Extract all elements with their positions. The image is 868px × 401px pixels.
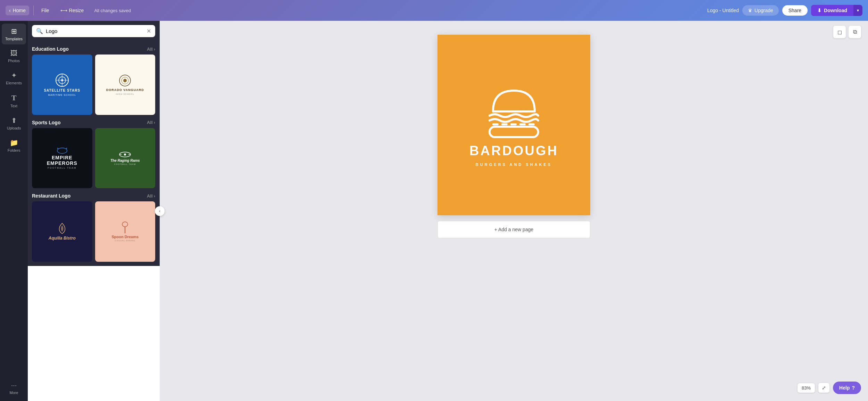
saved-status: All changes saved xyxy=(94,8,131,13)
nav-divider xyxy=(33,6,34,15)
photos-icon: 🖼 xyxy=(10,49,17,57)
bottom-right-tools: 83% ⤢ Help ? xyxy=(798,382,861,394)
restaurant-section-label: Restaurant Logo xyxy=(32,193,70,199)
share-label: Share xyxy=(788,8,801,13)
restaurant-section-header: Restaurant Logo All › xyxy=(32,193,155,199)
svg-rect-17 xyxy=(492,123,499,125)
svg-point-8 xyxy=(57,148,67,153)
top-nav: ‹ Home File ⟷ Resize All changes saved L… xyxy=(0,0,868,21)
fullscreen-button[interactable]: ⤢ xyxy=(818,383,829,393)
elements-icon: ✦ xyxy=(11,71,17,80)
sidebar-item-folders-label: Folders xyxy=(8,148,20,152)
svg-point-7 xyxy=(123,79,127,82)
chevron-down-icon: ▾ xyxy=(857,8,859,13)
svg-point-15 xyxy=(122,222,128,227)
sidebar-item-elements[interactable]: ✦ Elements xyxy=(2,68,26,89)
canvas-area: ◻ ⧉ xyxy=(160,21,868,401)
canvas-content[interactable]: BARDOUGH BURGERS AND SHAKES xyxy=(437,35,590,215)
main-area: ⊞ Templates 🖼 Photos ✦ Elements T Text ⬆… xyxy=(0,21,868,401)
rams-text: The Raging Rams xyxy=(110,159,140,162)
education-section-label: Education Logo xyxy=(32,46,69,52)
download-button-group: ⬇ Download ▾ xyxy=(811,5,862,16)
resize-label: Resize xyxy=(69,8,84,13)
collapse-icon: ‹ xyxy=(159,209,160,214)
template-card-spoon[interactable]: Spoon Dreams CASUAL DINING xyxy=(95,201,156,262)
upgrade-label: Upgrade xyxy=(754,8,773,13)
canvas-float-toolbar: ◻ ⧉ xyxy=(833,26,861,38)
burger-logo-svg xyxy=(479,84,549,139)
icon-sidebar: ⊞ Templates 🖼 Photos ✦ Elements T Text ⬆… xyxy=(0,21,28,401)
sidebar-item-text[interactable]: T Text xyxy=(2,90,26,111)
sidebar-item-folders[interactable]: 📁 Folders xyxy=(2,135,26,156)
chevron-right-icon-2: › xyxy=(154,120,155,125)
empire-icon xyxy=(57,147,67,154)
sports-section-label: Sports Logo xyxy=(32,120,60,125)
sports-see-all[interactable]: All › xyxy=(147,120,155,125)
collapse-panel-button[interactable]: ‹ xyxy=(155,206,165,216)
upgrade-button[interactable]: ♛ Upgrade xyxy=(742,5,779,16)
spoon-sub: CASUAL DINING xyxy=(115,240,135,242)
sidebar-item-uploads-label: Uploads xyxy=(7,126,21,130)
dorado-sub: HIGH SCHOOL xyxy=(116,93,134,95)
uploads-icon: ⬆ xyxy=(11,116,17,125)
sidebar-item-photos[interactable]: 🖼 Photos xyxy=(2,46,26,66)
resize-button[interactable]: ⟷ Resize xyxy=(57,6,87,15)
sidebar-item-more[interactable]: ··· More xyxy=(2,378,26,398)
folders-icon: 📁 xyxy=(10,139,18,147)
aquilla-icon xyxy=(58,223,66,234)
download-label: Download xyxy=(824,8,847,13)
fullscreen-icon: ⤢ xyxy=(822,385,826,391)
template-card-rams[interactable]: The Raging Rams FOOTBALL TEAM xyxy=(95,128,156,189)
education-see-all[interactable]: All › xyxy=(147,47,155,52)
sidebar-item-text-label: Text xyxy=(10,104,17,108)
canvas-wrapper: BARDOUGH BURGERS AND SHAKES xyxy=(437,35,590,215)
file-label: File xyxy=(41,8,49,13)
copy-icon: ⧉ xyxy=(853,29,857,35)
satellite-text: SATELLITE STARS xyxy=(44,89,80,92)
rams-sub: FOOTBALL TEAM xyxy=(114,163,136,165)
brand-sub: BURGERS AND SHAKES xyxy=(476,162,552,167)
search-input[interactable] xyxy=(46,28,144,34)
rams-icon xyxy=(118,151,132,158)
text-icon: T xyxy=(11,93,17,102)
search-clear-button[interactable]: ✕ xyxy=(147,28,151,34)
search-icon: 🔍 xyxy=(36,28,43,34)
more-icon: ··· xyxy=(11,381,17,389)
home-label: Home xyxy=(13,8,26,13)
svg-rect-22 xyxy=(490,127,538,137)
sidebar-item-templates[interactable]: ⊞ Templates xyxy=(2,24,26,44)
help-question-icon: ? xyxy=(852,385,855,391)
svg-line-10 xyxy=(66,148,67,149)
template-card-dorado[interactable]: DORADO VANGUARD HIGH SCHOOL xyxy=(95,55,156,115)
satellite-logo-icon xyxy=(55,73,69,87)
template-card-empire[interactable]: EMPIREEMPERORS FOOTBALL TEAM xyxy=(32,128,92,189)
templates-icon: ⊞ xyxy=(11,27,17,35)
download-icon: ⬇ xyxy=(817,8,821,13)
notes-button[interactable]: ◻ xyxy=(833,26,846,38)
add-page-button[interactable]: + Add a new page xyxy=(437,221,590,238)
doc-title: Logo - Untitled xyxy=(707,8,739,13)
sidebar-item-uploads[interactable]: ⬆ Uploads xyxy=(2,113,26,134)
download-button[interactable]: ⬇ Download xyxy=(811,5,853,16)
template-card-satellite[interactable]: SATELLITE STARS MARITIME SCHOOL xyxy=(32,55,92,115)
templates-scroll: Education Logo All › xyxy=(28,41,159,266)
dorado-logo-icon xyxy=(119,74,131,87)
resize-icon: ⟷ xyxy=(60,8,67,13)
restaurant-template-grid: Aquilla Bistro Spoon Dreams CASUAL DININ… xyxy=(32,201,155,262)
restaurant-see-all[interactable]: All › xyxy=(147,193,155,199)
template-card-aquilla[interactable]: Aquilla Bistro xyxy=(32,201,92,262)
restaurant-all-label: All xyxy=(147,193,153,199)
home-button[interactable]: ‹ Home xyxy=(6,6,29,15)
help-button[interactable]: Help ? xyxy=(833,382,861,394)
nav-right: Logo - Untitled ♛ Upgrade Share ⬇ Downlo… xyxy=(707,5,862,16)
file-button[interactable]: File xyxy=(38,6,53,15)
brand-name: BARDOUGH xyxy=(469,143,558,158)
empire-sub: FOOTBALL TEAM xyxy=(48,167,77,169)
share-button[interactable]: Share xyxy=(782,5,808,16)
download-dropdown-button[interactable]: ▾ xyxy=(853,5,862,16)
education-section-header: Education Logo All › xyxy=(32,46,155,52)
education-all-label: All xyxy=(147,47,153,52)
copy-button[interactable]: ⧉ xyxy=(849,26,861,38)
education-template-grid: SATELLITE STARS MARITIME SCHOOL DORADO V… xyxy=(32,55,155,115)
chevron-right-icon-3: › xyxy=(154,193,155,199)
